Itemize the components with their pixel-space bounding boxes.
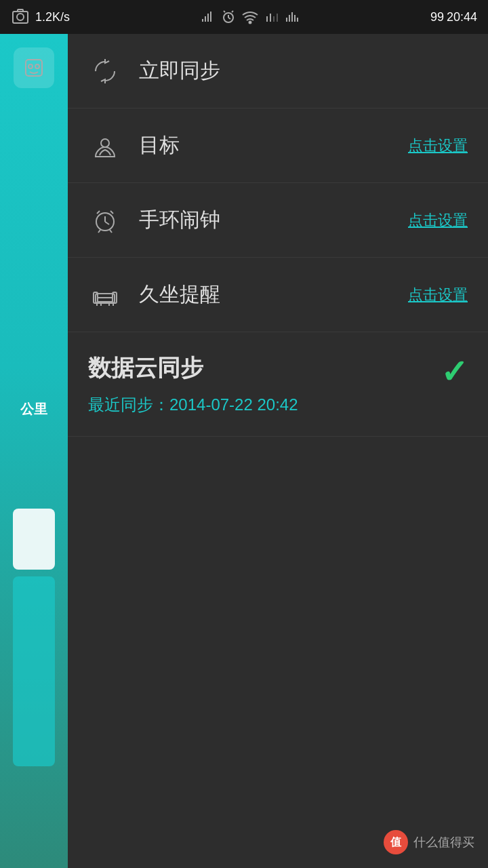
sidebar-card-3: [13, 576, 55, 766]
target-label: 目标: [139, 132, 408, 159]
alarm-icon: [221, 9, 236, 24]
sitting-action[interactable]: 点击设置: [408, 285, 468, 305]
alarm-clock-icon: [88, 203, 122, 237]
svg-line-9: [228, 18, 230, 19]
svg-line-28: [105, 222, 109, 224]
svg-point-25: [101, 139, 109, 147]
sitting-label: 久坐提醒: [139, 281, 408, 309]
status-bar: 1.2K/s: [0, 0, 488, 34]
status-right: 99 20:44: [430, 10, 477, 24]
face-icon: [20, 54, 47, 81]
svg-line-29: [97, 211, 100, 214]
svg-line-30: [110, 211, 113, 214]
svg-line-11: [232, 11, 233, 12]
menu-item-alarm[interactable]: 手环闹钟 点击设置: [68, 183, 488, 258]
time-display: 20:44: [447, 10, 477, 24]
cloud-sync-subtitle: 最近同步：2014-07-22 20:42: [88, 394, 468, 416]
menu-item-target[interactable]: 目标 点击设置: [68, 108, 488, 183]
status-left: 1.2K/s: [11, 7, 70, 26]
watermark-logo: 值: [384, 830, 408, 854]
network-speed: 1.2K/s: [35, 10, 70, 24]
bars-icon: [264, 9, 279, 24]
battery-percent: 99: [430, 10, 444, 24]
svg-line-31: [98, 230, 100, 233]
svg-line-10: [224, 11, 225, 12]
avatar[interactable]: [14, 47, 54, 88]
watermark-text: 什么值得买: [413, 834, 474, 850]
alarm-action[interactable]: 点击设置: [408, 210, 468, 231]
wifi-icon: [241, 9, 259, 24]
svg-point-24: [35, 64, 39, 68]
km-label: 公里: [0, 400, 68, 418]
alarm-label: 手环闹钟: [139, 206, 408, 234]
status-center: [201, 9, 300, 24]
target-icon: [88, 129, 122, 163]
photo-icon: [11, 7, 30, 26]
target-action[interactable]: 点击设置: [408, 136, 468, 156]
svg-rect-2: [18, 9, 23, 12]
signal-bars-icon: [285, 9, 300, 24]
cloud-sync-title: 数据云同步: [88, 353, 468, 384]
menu-item-sitting[interactable]: 久坐提醒 点击设置: [68, 258, 488, 332]
cloud-sync-section[interactable]: 数据云同步 最近同步：2014-07-22 20:42 ✓: [68, 332, 488, 437]
svg-line-32: [110, 230, 112, 233]
sitting-icon: [88, 278, 122, 312]
check-icon: ✓: [441, 353, 468, 391]
svg-point-12: [249, 22, 251, 24]
svg-rect-36: [98, 298, 113, 302]
sync-icon: [88, 54, 122, 88]
menu-item-sync[interactable]: 立即同步: [68, 34, 488, 108]
sidebar: 公里: [0, 34, 68, 868]
sidebar-card-1: [13, 509, 55, 570]
main-content: 立即同步 目标 点击设置 手环闹钟 点击设置: [68, 34, 488, 868]
svg-point-1: [17, 14, 24, 20]
watermark: 值 什么值得买: [384, 830, 474, 854]
signal-icon: [201, 9, 216, 24]
svg-point-23: [28, 64, 33, 68]
sync-label: 立即同步: [139, 57, 468, 85]
